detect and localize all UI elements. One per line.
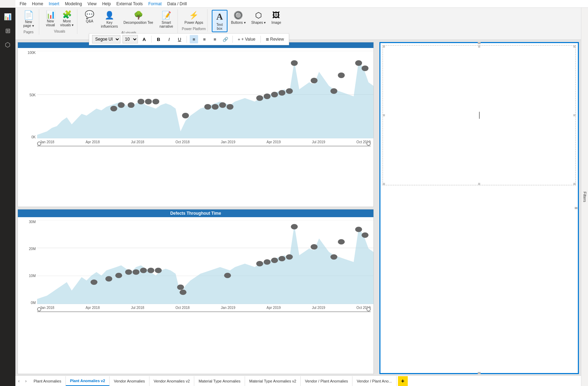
bottom-chart-slider[interactable] bbox=[37, 309, 371, 315]
decomp-tree-btn[interactable]: 🌳 Decomposition Tee bbox=[121, 10, 155, 26]
menu-insert[interactable]: Insert bbox=[46, 1, 62, 7]
align-center-btn[interactable]: ≡ bbox=[200, 35, 209, 43]
data-icon[interactable]: ⊞ bbox=[1, 25, 14, 37]
tab-vendor-anomalies-v2[interactable]: Vendor Anomalies v2 bbox=[149, 376, 194, 386]
y-label-0k: 0K bbox=[31, 135, 36, 139]
slider-left-thumb[interactable] bbox=[37, 142, 41, 146]
textbox-panel[interactable] bbox=[379, 42, 579, 374]
tab-vendor-plant-ano[interactable]: Vendor / Plant Ano... bbox=[352, 376, 396, 386]
bottom-slider-track[interactable] bbox=[37, 311, 371, 312]
report-icon[interactable]: 📊 bbox=[1, 11, 14, 23]
text-box-btn[interactable]: A Textbox bbox=[212, 10, 227, 32]
svg-point-10 bbox=[204, 104, 211, 110]
mid-top[interactable] bbox=[478, 46, 480, 48]
shapes-btn[interactable]: ⬡ Shapes ▾ bbox=[249, 10, 268, 26]
add-tab-btn[interactable]: + bbox=[398, 376, 408, 386]
image-icon: 🖼 bbox=[272, 11, 280, 20]
image-label: Image bbox=[271, 21, 281, 25]
mid-left[interactable] bbox=[383, 114, 385, 116]
tab-vendor-plant-anomalies[interactable]: Vendor / Plant Anomalies bbox=[301, 376, 352, 386]
review-btn[interactable]: ≣ Review bbox=[264, 36, 286, 42]
link-btn[interactable]: 🔗 bbox=[221, 35, 230, 43]
bottom-chart-body: 30M 20M 10M 0M bbox=[18, 217, 373, 315]
align-right-btn[interactable]: ≡ bbox=[211, 35, 219, 43]
corner-br[interactable] bbox=[573, 183, 575, 185]
more-visuals-label: Morevisuals ▾ bbox=[60, 19, 74, 27]
font-color-btn[interactable]: A bbox=[140, 35, 148, 43]
pages-group-label: Pages bbox=[23, 30, 33, 34]
key-influencers-label: Keyinfluencers bbox=[101, 21, 118, 28]
menu-home[interactable]: Home bbox=[29, 1, 46, 7]
svg-point-13 bbox=[226, 104, 233, 110]
ribbon-group-visuals: 📊 Newvisual 🧩 Morevisuals ▾ Visuals bbox=[42, 9, 77, 34]
tab-vendor-anomalies[interactable]: Vendor Anomalies bbox=[110, 376, 149, 386]
smart-narrative-label: Smartnarrative bbox=[160, 21, 173, 28]
menu-bar: File Home Insert Modeling View Help Exte… bbox=[15, 0, 588, 8]
key-influencers-btn[interactable]: 👤 Keyinfluencers bbox=[99, 10, 120, 29]
bottom-slider-right[interactable] bbox=[366, 307, 371, 311]
svg-point-46 bbox=[311, 244, 318, 249]
menu-format[interactable]: Format bbox=[146, 1, 164, 7]
menu-data-drill[interactable]: Data / Drill bbox=[164, 1, 190, 7]
svg-point-48 bbox=[338, 239, 345, 244]
svg-point-11 bbox=[212, 104, 219, 110]
bottom-chart-area[interactable] bbox=[37, 220, 373, 304]
model-icon[interactable]: ⬡ bbox=[1, 39, 14, 51]
new-visual-label: Newvisual bbox=[46, 19, 55, 27]
decomp-tree-label: Decomposition Tee bbox=[124, 21, 153, 25]
resize-handle-right[interactable] bbox=[575, 207, 578, 209]
more-visuals-btn[interactable]: 🧩 Morevisuals ▾ bbox=[58, 10, 76, 28]
ribbon-group-pages: 📄 Newpage ▾ Pages bbox=[18, 9, 39, 35]
tab-material-type-anomalies[interactable]: Material Type Anomalies bbox=[194, 376, 245, 386]
smart-narrative-btn[interactable]: 📝 Smartnarrative bbox=[157, 10, 176, 29]
svg-point-23 bbox=[355, 60, 362, 66]
bold-btn[interactable]: B bbox=[154, 35, 163, 43]
svg-point-19 bbox=[291, 60, 298, 66]
tab-plant-anomalies-v2[interactable]: Plant Anomalies v2 bbox=[66, 376, 110, 386]
slider-right-thumb[interactable] bbox=[366, 142, 371, 146]
svg-point-34 bbox=[140, 268, 147, 273]
image-btn[interactable]: 🖼 Image bbox=[269, 10, 283, 26]
menu-view[interactable]: View bbox=[85, 1, 99, 7]
menu-file[interactable]: File bbox=[17, 1, 29, 7]
buttons-btn[interactable]: 🔘 Buttons ▾ bbox=[229, 10, 248, 26]
qa-label: Q&A bbox=[86, 19, 93, 23]
corner-bl[interactable] bbox=[383, 183, 385, 185]
resize-handle-bottom[interactable] bbox=[478, 372, 481, 374]
bottom-slider-left[interactable] bbox=[37, 307, 41, 311]
svg-point-14 bbox=[256, 95, 263, 101]
tab-prev-btn[interactable]: ‹ bbox=[15, 376, 22, 386]
tab-plant-anomalies[interactable]: Plant Anomalies bbox=[29, 376, 66, 386]
italic-btn[interactable]: I bbox=[165, 35, 173, 43]
corner-tl[interactable] bbox=[383, 46, 385, 48]
mid-bottom[interactable] bbox=[478, 183, 480, 185]
tabs-bar: ‹ › Plant Anomalies Plant Anomalies v2 V… bbox=[15, 375, 581, 386]
menu-external-tools[interactable]: External Tools bbox=[114, 1, 146, 7]
new-page-btn[interactable]: 📄 Newpage ▾ bbox=[21, 10, 36, 29]
textbox-inner[interactable] bbox=[383, 45, 576, 185]
filters-sidebar[interactable]: Filters bbox=[581, 8, 588, 386]
font-family-select[interactable]: Segoe UI Arial Calibri bbox=[92, 35, 120, 43]
buttons-label: Buttons ▾ bbox=[231, 21, 246, 25]
new-visual-btn[interactable]: 📊 Newvisual bbox=[43, 10, 57, 28]
slider-track[interactable] bbox=[37, 146, 371, 146]
font-size-select[interactable]: 89101112 bbox=[122, 35, 138, 43]
tab-material-type-anomalies-v2[interactable]: Material Type Anomalies v2 bbox=[245, 376, 301, 386]
menu-modeling[interactable]: Modeling bbox=[62, 1, 85, 7]
ribbon-group-power: ⚡ Power Apps Power Platform bbox=[181, 9, 208, 32]
mid-right[interactable] bbox=[573, 114, 575, 116]
top-chart-area[interactable] bbox=[37, 51, 373, 138]
resize-handle-top[interactable] bbox=[478, 42, 481, 44]
value-btn[interactable]: + + Value bbox=[236, 36, 258, 43]
corner-tr[interactable] bbox=[573, 46, 575, 48]
top-chart-slider[interactable] bbox=[37, 143, 371, 149]
y-10m: 10M bbox=[29, 274, 36, 278]
qa-btn[interactable]: 💬 Q&A bbox=[82, 10, 97, 24]
power-apps-icon: ⚡ bbox=[189, 11, 198, 20]
tab-next-btn[interactable]: › bbox=[22, 376, 29, 386]
power-apps-btn[interactable]: ⚡ Power Apps bbox=[182, 10, 205, 26]
underline-btn[interactable]: U bbox=[175, 35, 184, 43]
power-group-label: Power Platform bbox=[182, 27, 206, 31]
align-left-btn[interactable]: ≡ bbox=[190, 35, 198, 43]
menu-help[interactable]: Help bbox=[99, 1, 114, 7]
